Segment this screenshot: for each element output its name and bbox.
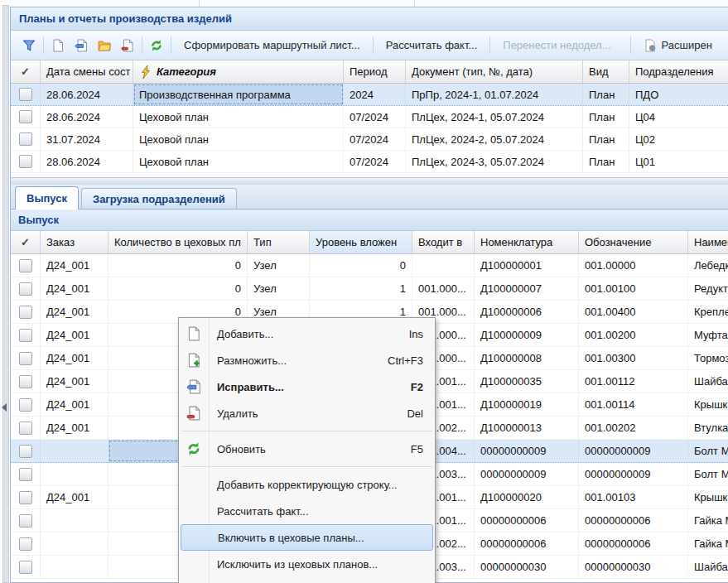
grid-cell[interactable]: Д100000019: [475, 393, 579, 416]
menu-item[interactable]: ОбновитьF5: [179, 436, 435, 462]
row-checkbox[interactable]: [19, 155, 32, 168]
grid-cell[interactable]: [41, 463, 108, 485]
grid-cell[interactable]: План: [583, 128, 629, 150]
grid-cell[interactable]: 00000000009: [475, 463, 579, 485]
grid-cell[interactable]: Узел: [248, 254, 310, 277]
grid-cell[interactable]: 00000000009: [475, 440, 579, 462]
grid-cell[interactable]: 07/2024: [344, 106, 406, 128]
grid-cell[interactable]: Д24_001: [41, 486, 108, 508]
grid-cell[interactable]: Д24_001: [41, 370, 108, 393]
grid-cell[interactable]: Гайка М: [688, 509, 728, 532]
grid-cell[interactable]: 0: [108, 277, 248, 300]
column-header[interactable]: Вид: [583, 60, 629, 83]
filter-button[interactable]: [17, 36, 41, 55]
grid-cell[interactable]: 001.00112: [579, 370, 688, 393]
grid-cell[interactable]: ПлЦех, 2024-2, 05.07.2024: [406, 128, 583, 150]
column-header[interactable]: Номенклатура: [475, 231, 579, 253]
grid-cell[interactable]: Д24_001: [41, 277, 108, 300]
grid-cell[interactable]: Болт М: [688, 463, 728, 485]
grid-cell[interactable]: Д100000001: [475, 254, 579, 277]
grid-cell[interactable]: Узел: [248, 277, 310, 300]
grid-cell[interactable]: Шайба: [688, 556, 728, 578]
calc-fact-button[interactable]: Рассчитать факт...: [376, 36, 488, 54]
grid-cell[interactable]: 28.06.2024: [41, 84, 133, 105]
row-checkbox[interactable]: [19, 468, 32, 481]
grid-cell[interactable]: 07/2024: [344, 128, 406, 150]
grid-cell[interactable]: 28.06.2024: [41, 151, 133, 172]
table-row[interactable]: 28.06.2024Производственная программа2024…: [11, 84, 728, 106]
menu-item[interactable]: Размножить...Ctrl+F3: [179, 347, 435, 373]
grid-cell[interactable]: Крышка: [688, 486, 728, 508]
grid-cell[interactable]: 00000000030: [579, 556, 688, 578]
grid-cell[interactable]: [41, 532, 108, 555]
grid-cell[interactable]: 28.06.2024: [41, 106, 133, 128]
grid-cell[interactable]: Ц01: [629, 151, 728, 172]
grid-cell[interactable]: 07/2024: [344, 151, 406, 172]
row-checkbox[interactable]: [19, 375, 32, 388]
grid-cell[interactable]: 0: [310, 254, 412, 277]
tab-output[interactable]: Выпуск: [15, 186, 79, 210]
grid-cell[interactable]: 00000000006: [579, 509, 688, 532]
grid-cell[interactable]: Д100000006: [475, 301, 579, 323]
grid-cell[interactable]: Цеховой план: [133, 106, 344, 128]
grid-cell[interactable]: 001.00200: [579, 324, 688, 346]
grid-cell[interactable]: Д24_001: [41, 417, 108, 439]
grid-cell[interactable]: 001.00202: [579, 417, 688, 439]
horizontal-splitter[interactable]: [11, 177, 728, 185]
row-checkbox[interactable]: [19, 352, 32, 365]
refresh-button[interactable]: [145, 36, 168, 55]
tab-load-divisions[interactable]: Загрузка подразделений: [81, 188, 237, 209]
row-checkbox[interactable]: [19, 514, 32, 528]
grid-cell[interactable]: Цеховой план: [133, 128, 344, 150]
grid-cell[interactable]: Ц02: [629, 128, 728, 150]
row-checkbox[interactable]: [19, 422, 32, 435]
grid-cell[interactable]: 00000000006: [475, 509, 579, 532]
grid-cell[interactable]: [41, 440, 108, 462]
grid-cell[interactable]: Лебедк: [688, 254, 728, 277]
column-header[interactable]: Категория: [133, 60, 344, 83]
column-header[interactable]: Входит в: [412, 231, 475, 253]
grid-cell[interactable]: 0: [108, 254, 248, 277]
column-header[interactable]: Количество в цеховых пл: [108, 231, 248, 253]
column-header[interactable]: Заказ: [41, 231, 108, 253]
panel-collapse-arrow-icon[interactable]: [2, 403, 7, 412]
grid-cell[interactable]: Редукто: [688, 277, 728, 300]
grid-cell[interactable]: Цеховой план: [133, 151, 344, 172]
grid-cell[interactable]: Производственная программа: [133, 84, 344, 105]
menu-item[interactable]: Добавить...Ins: [179, 320, 435, 347]
grid-cell[interactable]: [41, 509, 108, 532]
column-header[interactable]: Период: [344, 60, 406, 83]
grid-cell[interactable]: Д100000007: [475, 277, 579, 300]
grid-cell[interactable]: Д24_001: [41, 254, 108, 277]
row-checkbox[interactable]: [19, 398, 32, 412]
grid-cell[interactable]: 00000000030: [475, 556, 579, 578]
row-checkbox[interactable]: [19, 445, 32, 458]
grid-cell[interactable]: 001.00300: [579, 347, 688, 369]
grid-cell[interactable]: Д24_001: [41, 347, 108, 369]
grid-cell[interactable]: Д100000008: [475, 347, 579, 369]
add-button[interactable]: [46, 36, 70, 55]
grid-cell[interactable]: Д24_001: [41, 324, 108, 346]
table-row[interactable]: 28.06.2024Цеховой план07/2024ПлЦех, 2024…: [11, 151, 728, 173]
grid-cell[interactable]: Крышка: [688, 393, 728, 416]
grid-cell[interactable]: 001.00100: [579, 277, 688, 300]
grid-cell[interactable]: 1: [310, 277, 412, 300]
row-checkbox[interactable]: [19, 259, 32, 272]
grid-cell[interactable]: [412, 254, 475, 277]
row-checkbox[interactable]: [19, 132, 32, 146]
table-row[interactable]: Д24_0010Узел0Д100000001001.00000Лебедк: [11, 254, 728, 277]
grid-cell[interactable]: 001.00103: [579, 486, 688, 508]
edit-button[interactable]: [70, 36, 93, 55]
table-row[interactable]: 28.06.2024Цеховой план07/2024ПлЦех, 2024…: [11, 106, 728, 128]
grid-cell[interactable]: 00000000006: [579, 532, 688, 555]
grid-cell[interactable]: Гайка М: [688, 532, 728, 555]
grid-cell[interactable]: План: [583, 84, 629, 105]
menu-item[interactable]: Исключить из цеховых планов...: [179, 551, 435, 577]
delete-button[interactable]: [116, 36, 139, 55]
grid-cell[interactable]: ПлЦех, 2024-1, 05.07.2024: [406, 106, 583, 128]
menu-item[interactable]: Исправить...F2: [179, 373, 435, 400]
extended-button[interactable]: Расширен: [634, 36, 728, 55]
grid-cell[interactable]: Ц04: [629, 106, 728, 128]
grid-cell[interactable]: Втулка: [688, 417, 728, 439]
grid-cell[interactable]: ПлЦех, 2024-3, 05.07.2024: [406, 151, 583, 172]
